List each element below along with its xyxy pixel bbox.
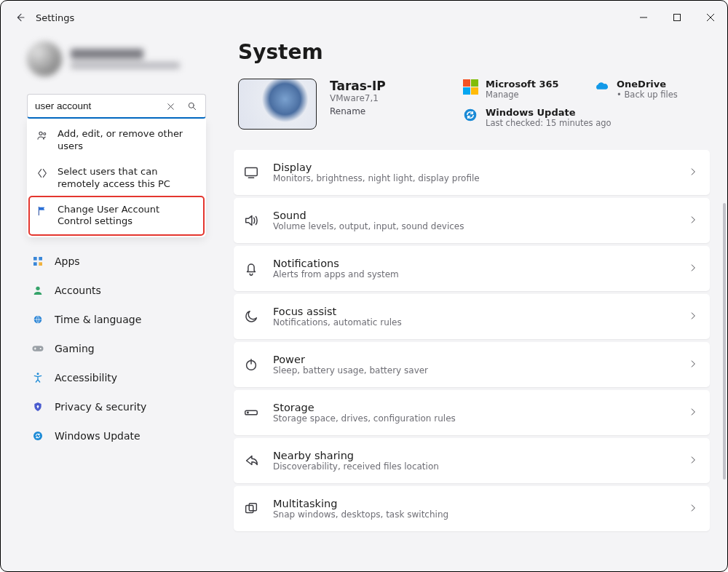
card-focus-assist[interactable]: Focus assist Notifications, automatic ru… (234, 294, 710, 339)
update-icon (462, 107, 478, 123)
arrow-left-icon (14, 12, 25, 23)
card-subtitle: Monitors, brightness, night light, displ… (273, 173, 480, 183)
card-nearby-sharing[interactable]: Nearby sharing Discoverability, received… (234, 438, 710, 483)
scrollbar-thumb[interactable] (723, 203, 726, 480)
sidebar: Add, edit, or remove other users Select … (1, 34, 219, 571)
svg-point-12 (40, 348, 41, 349)
sidebar-item-label: Windows Update (55, 430, 141, 442)
sidebar-item-label: Apps (55, 255, 80, 267)
main-panel: System Taras-IP VMware7,1 Rename (219, 34, 727, 571)
card-notifications[interactable]: Notifications Alerts from apps and syste… (234, 246, 710, 291)
onedrive-icon (593, 79, 609, 95)
status-sub: • Back up files (617, 90, 678, 100)
svg-point-3 (39, 132, 42, 135)
card-title: Display (273, 162, 480, 173)
card-subtitle: Notifications, automatic rules (273, 317, 402, 327)
sidebar-item-accounts[interactable]: Accounts (27, 277, 206, 304)
pc-hardware: VMware7,1 (330, 93, 386, 103)
sidebar-item-privacy[interactable]: Privacy & security (27, 393, 206, 421)
power-icon (242, 356, 260, 373)
svg-point-17 (464, 109, 477, 122)
window-title: Settings (36, 12, 74, 23)
status-windows-update[interactable]: Windows Update Last checked: 15 minutes … (462, 107, 717, 128)
svg-point-16 (33, 432, 42, 440)
card-subtitle: Storage space, drives, configuration rul… (273, 413, 456, 424)
window-controls (627, 1, 727, 34)
card-sound[interactable]: Sound Volume levels, output, input, soun… (234, 198, 710, 243)
x-icon (166, 102, 175, 111)
status-ms365[interactable]: Microsoft 365 Manage (462, 79, 586, 100)
sidebar-item-label: Time & language (55, 314, 141, 325)
multitask-icon (242, 500, 260, 517)
users-icon (36, 129, 49, 142)
card-title: Power (273, 354, 428, 365)
card-title: Multitasking (273, 498, 448, 509)
status-grid: Microsoft 365 Manage OneDrive • Back up … (462, 79, 717, 128)
back-button[interactable] (7, 4, 33, 31)
maximize-button[interactable] (660, 1, 694, 34)
sidebar-item-apps[interactable]: Apps (27, 247, 206, 275)
sidebar-item-time-language[interactable]: Time & language (27, 306, 206, 333)
minimize-icon (639, 13, 648, 22)
close-button[interactable] (694, 1, 727, 34)
card-title: Sound (273, 210, 464, 221)
card-title: Nearby sharing (273, 450, 439, 461)
chevron-right-icon (688, 167, 698, 179)
share-icon (242, 452, 260, 469)
svg-rect-7 (33, 263, 37, 266)
suggestion-uac-settings[interactable]: Change User Account Control settings (30, 197, 203, 235)
suggestion-label: Change User Account Control settings (58, 204, 196, 229)
rename-pc-link[interactable]: Rename (330, 106, 386, 116)
suggestion-label: Add, edit, or remove other users (58, 128, 196, 153)
account-text (71, 49, 180, 69)
sidebar-item-accessibility[interactable]: Accessibility (27, 364, 206, 392)
svg-rect-5 (33, 257, 37, 261)
nav-list: Apps Accounts Time & language (1, 247, 219, 450)
chevron-right-icon (688, 455, 698, 467)
microsoft-logo-icon (462, 79, 478, 95)
search-button[interactable] (183, 97, 202, 116)
globe-icon (31, 313, 44, 326)
svg-rect-8 (39, 263, 42, 266)
update-icon (31, 429, 44, 442)
minimize-button[interactable] (627, 1, 660, 34)
card-title: Storage (273, 402, 456, 413)
page-title: System (238, 40, 717, 64)
accessibility-icon (31, 371, 44, 384)
settings-window: Settings (0, 0, 728, 572)
card-power[interactable]: Power Sleep, battery usage, battery save… (234, 342, 710, 387)
maximize-icon (673, 13, 681, 22)
suggestion-remote-users[interactable]: Select users that can remotely access th… (30, 159, 203, 197)
status-sub: Manage (486, 90, 559, 100)
chevron-right-icon (688, 503, 698, 515)
card-title: Focus assist (273, 306, 402, 317)
remote-users-icon (36, 167, 49, 180)
card-storage[interactable]: Storage Storage space, drives, configura… (234, 390, 710, 435)
sidebar-item-label: Accounts (55, 285, 101, 296)
card-subtitle: Snap windows, desktops, task switching (273, 509, 448, 520)
status-sub: Last checked: 15 minutes ago (486, 118, 612, 128)
sidebar-item-windows-update[interactable]: Windows Update (27, 422, 206, 450)
account-header[interactable] (27, 36, 219, 82)
card-display[interactable]: Display Monitors, brightness, night ligh… (234, 150, 710, 195)
svg-rect-1 (674, 15, 681, 21)
card-multitasking[interactable]: Multitasking Snap windows, desktops, tas… (234, 486, 710, 531)
search-container (27, 94, 206, 119)
moon-icon (242, 308, 260, 325)
svg-point-9 (36, 287, 39, 290)
person-icon (31, 284, 44, 297)
avatar (27, 41, 62, 76)
clear-search-button[interactable] (161, 97, 180, 116)
apps-icon (31, 255, 44, 268)
card-title: Notifications (273, 258, 399, 269)
gamepad-icon (31, 342, 44, 355)
status-onedrive[interactable]: OneDrive • Back up files (593, 79, 717, 100)
chevron-right-icon (688, 407, 698, 419)
search-icon (187, 101, 197, 111)
pc-name: Taras-IP (330, 79, 386, 93)
status-title: OneDrive (617, 79, 678, 90)
sidebar-item-gaming[interactable]: Gaming (27, 335, 206, 362)
svg-point-4 (44, 133, 46, 135)
pc-wallpaper-thumbnail[interactable] (238, 79, 317, 130)
suggestion-other-users[interactable]: Add, edit, or remove other users (30, 122, 203, 159)
